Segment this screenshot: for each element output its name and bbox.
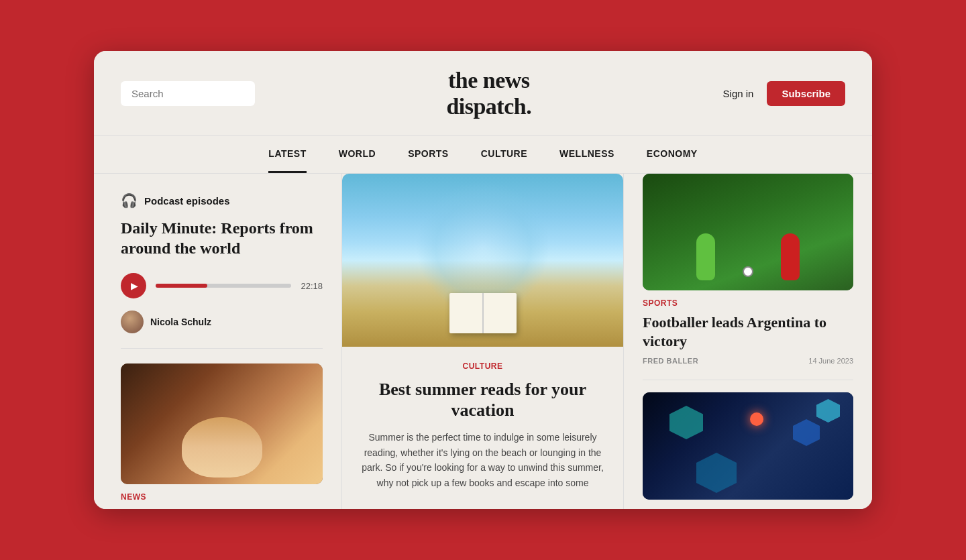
hex-shape-3	[696, 453, 737, 493]
news-tag: NEWS	[121, 492, 323, 502]
nav-item-latest[interactable]: LATEST	[268, 136, 306, 173]
sign-in-button[interactable]: Sign in	[723, 88, 754, 99]
nav-item-economy[interactable]: ECONOMY	[647, 136, 698, 173]
tech-image	[643, 392, 853, 500]
hex-shape-2	[793, 419, 820, 446]
cat-background	[121, 363, 323, 484]
center-text-area: CULTURE Best summer reads for your vacat…	[342, 347, 623, 505]
nav-item-wellness[interactable]: WELLNESS	[559, 136, 614, 173]
search-input[interactable]	[121, 81, 255, 106]
sports-tag: SPORTS	[643, 298, 853, 308]
audio-player: ▶ 22:18	[121, 273, 323, 298]
app-container: the news dispatch. Sign in Subscribe LAT…	[94, 51, 872, 509]
sports-article-title: Footballer leads Argentina to victory	[643, 313, 853, 350]
subscribe-button[interactable]: Subscribe	[767, 81, 845, 106]
logo-line1: the news	[446, 67, 531, 93]
cat-image	[121, 363, 323, 484]
book-spine	[482, 293, 484, 333]
center-title: Best summer reads for your vacation	[361, 379, 604, 421]
tech-background	[643, 392, 853, 500]
logo-line2: dispatch.	[446, 93, 531, 119]
logo: the news dispatch.	[446, 67, 531, 119]
progress-fill	[156, 284, 207, 288]
beach-background	[342, 174, 623, 347]
right-column: SPORTS Footballer leads Argentina to vic…	[624, 174, 872, 509]
center-column: CULTURE Best summer reads for your vacat…	[342, 174, 624, 509]
tech-light	[750, 412, 763, 426]
sports-card[interactable]: SPORTS Footballer leads Argentina to vic…	[643, 174, 853, 365]
podcast-title: Daily Minute: Reports from around the wo…	[121, 218, 323, 258]
podcast-label: Podcast episodes	[144, 195, 230, 207]
cat-shape	[182, 417, 262, 478]
tech-card[interactable]	[643, 380, 853, 500]
headphone-icon: 🎧	[121, 192, 138, 209]
soccer-image	[643, 174, 853, 290]
player1-shape	[696, 233, 715, 280]
hex-shape-4	[816, 399, 840, 423]
article-author: FRED BALLER	[643, 357, 698, 365]
podcast-header: 🎧 Podcast episodes	[121, 192, 323, 209]
navigation: LATEST WORLD SPORTS CULTURE WELLNESS ECO…	[94, 136, 872, 174]
nav-item-sports[interactable]: SPORTS	[408, 136, 449, 173]
article-meta: FRED BALLER 14 June 2023	[643, 357, 853, 365]
left-image-card[interactable]: NEWS	[121, 363, 323, 502]
author-name: Nicola Schulz	[150, 317, 211, 327]
culture-tag: CULTURE	[361, 361, 604, 371]
nav-item-culture[interactable]: CULTURE	[481, 136, 527, 173]
player2-shape	[781, 233, 800, 280]
author-row: Nicola Schulz	[121, 311, 323, 349]
book-shape	[449, 293, 517, 333]
avatar	[121, 311, 144, 333]
ball-shape	[743, 266, 753, 277]
nav-item-world[interactable]: WORLD	[339, 136, 376, 173]
header-actions: Sign in Subscribe	[723, 81, 845, 106]
article-date: 14 June 2023	[808, 357, 853, 365]
header: the news dispatch. Sign in Subscribe	[94, 51, 872, 136]
play-icon: ▶	[131, 280, 138, 292]
hex-shape-1	[669, 406, 703, 439]
main-content: 🎧 Podcast episodes Daily Minute: Reports…	[94, 174, 872, 509]
center-body: Summer is the perfect time to indulge in…	[361, 430, 604, 490]
soccer-background	[643, 174, 853, 290]
time-label: 22:18	[301, 281, 323, 291]
progress-bar[interactable]	[156, 284, 291, 288]
beach-image	[342, 174, 623, 347]
avatar-image	[121, 311, 144, 333]
play-button[interactable]: ▶	[121, 273, 146, 298]
left-column: 🎧 Podcast episodes Daily Minute: Reports…	[94, 174, 342, 509]
